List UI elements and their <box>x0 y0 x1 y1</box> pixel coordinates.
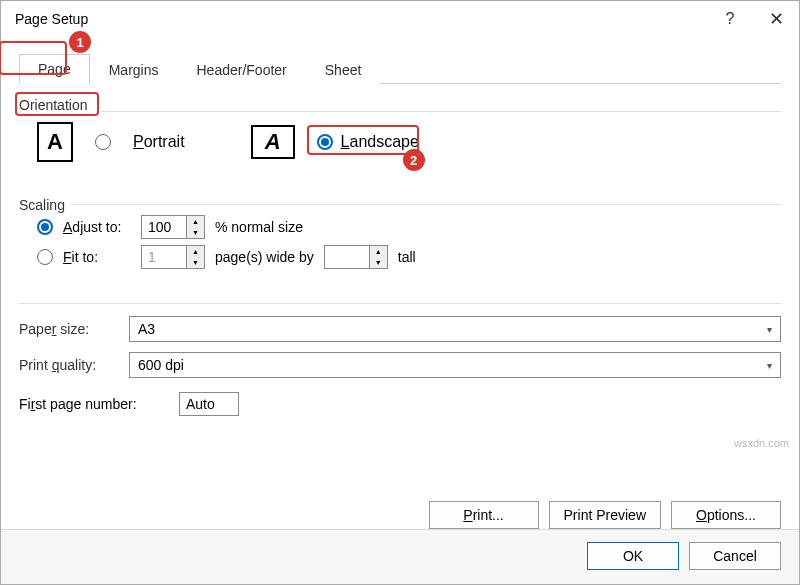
adjust-to-radio[interactable] <box>37 219 53 235</box>
chevron-down-icon: ▾ <box>767 360 772 371</box>
tab-margins[interactable]: Margins <box>90 55 178 84</box>
print-quality-combo[interactable]: 600 dpi ▾ <box>129 352 781 378</box>
fit-to-label: Fit to: <box>63 249 131 265</box>
adjust-to-input[interactable] <box>142 216 186 238</box>
help-button[interactable]: ? <box>707 1 753 37</box>
first-page-row: First page number: <box>19 392 781 416</box>
fit-wide-input[interactable] <box>142 246 186 268</box>
print-quality-value: 600 dpi <box>138 357 184 373</box>
tab-header-footer[interactable]: Header/Footer <box>178 55 306 84</box>
fit-to-row: Fit to: ▲▼ page(s) wide by ▲▼ tall <box>37 245 781 269</box>
first-page-input[interactable] <box>179 392 239 416</box>
dialog-title: Page Setup <box>15 11 707 27</box>
titlebar: Page Setup ? ✕ <box>1 1 799 37</box>
fit-to-radio[interactable] <box>37 249 53 265</box>
pages-wide-by-label: page(s) wide by <box>215 249 314 265</box>
chevron-down-icon: ▾ <box>767 324 772 335</box>
action-button-row: Print... Print Preview Options... <box>1 491 799 529</box>
tall-label: tall <box>398 249 416 265</box>
cancel-button[interactable]: Cancel <box>689 542 781 570</box>
tab-sheet[interactable]: Sheet <box>306 55 381 84</box>
paper-size-value: A3 <box>138 321 155 337</box>
orientation-legend: Orientation <box>19 97 87 113</box>
portrait-radio[interactable] <box>95 134 111 150</box>
options-button[interactable]: Options... <box>671 501 781 529</box>
first-page-label: First page number: <box>19 396 169 412</box>
spinner-down-icon[interactable]: ▼ <box>187 227 204 238</box>
spinner-down-icon[interactable]: ▼ <box>187 257 204 268</box>
landscape-radio[interactable] <box>317 134 333 150</box>
landscape-label: Landscape <box>341 133 419 151</box>
print-button[interactable]: Print... <box>429 501 539 529</box>
ok-button[interactable]: OK <box>587 542 679 570</box>
normal-size-label: % normal size <box>215 219 303 235</box>
close-button[interactable]: ✕ <box>753 1 799 37</box>
portrait-label: Portrait <box>133 133 185 151</box>
callout-number-2: 2 <box>403 149 425 171</box>
print-quality-row: Print quality: 600 dpi ▾ <box>19 352 781 378</box>
print-preview-button[interactable]: Print Preview <box>549 501 661 529</box>
paper-size-row: Paper size: A3 ▾ <box>19 316 781 342</box>
dialog-content: Page Margins Header/Footer Sheet 1 Orien… <box>1 37 799 491</box>
spinner-up-icon[interactable]: ▲ <box>370 246 387 257</box>
print-quality-label: Print quality: <box>19 357 119 373</box>
fit-tall-spinner[interactable]: ▲▼ <box>324 245 388 269</box>
scaling-legend: Scaling <box>19 197 65 213</box>
page-setup-dialog: Page Setup ? ✕ Page Margins Header/Foote… <box>0 0 800 585</box>
spinner-up-icon[interactable]: ▲ <box>187 216 204 227</box>
portrait-page-icon: A <box>37 122 73 162</box>
adjust-to-spinner[interactable]: ▲▼ <box>141 215 205 239</box>
fit-wide-spinner[interactable]: ▲▼ <box>141 245 205 269</box>
spinner-down-icon[interactable]: ▼ <box>370 257 387 268</box>
tab-page[interactable]: Page <box>19 54 90 84</box>
scaling-section: Scaling Adjust to: ▲▼ % normal size Fit … <box>19 196 781 287</box>
adjust-to-row: Adjust to: ▲▼ % normal size <box>37 215 781 239</box>
callout-number-1: 1 <box>69 31 91 53</box>
tabstrip: Page Margins Header/Footer Sheet <box>19 53 781 84</box>
paper-size-label: Paper size: <box>19 321 119 337</box>
spinner-up-icon[interactable]: ▲ <box>187 246 204 257</box>
separator <box>19 303 781 304</box>
orientation-row: A Portrait A Landscape 2 <box>37 122 781 162</box>
watermark: wsxdn.com <box>734 437 789 449</box>
adjust-to-label: Adjust to: <box>63 219 131 235</box>
paper-size-combo[interactable]: A3 ▾ <box>129 316 781 342</box>
landscape-page-icon: A <box>251 125 295 159</box>
fit-tall-input[interactable] <box>325 246 369 268</box>
dialog-footer: OK Cancel <box>1 529 799 584</box>
orientation-section: Orientation A Portrait A Landscape 2 <box>19 96 781 174</box>
